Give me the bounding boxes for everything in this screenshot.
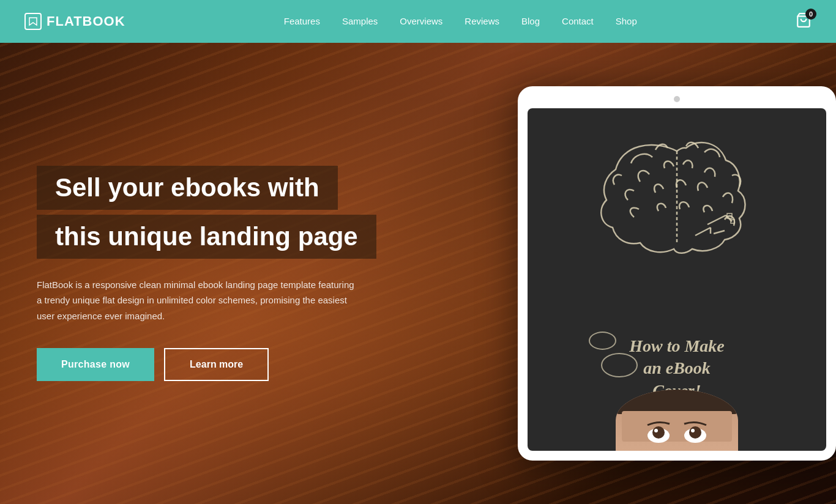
chalk-line1: How to Make [629,336,725,355]
svg-rect-10 [622,411,732,442]
brain-illustration [573,120,781,292]
tablet-screen: How to Make an eBook Cover! [528,108,826,451]
nav-item-blog[interactable]: Blog [521,16,540,27]
title-box-2: this unique landing page [37,215,376,259]
person-svg [616,390,738,451]
hero-description: FlatBook is a responsive clean minimal e… [37,277,355,324]
tablet-camera [674,96,680,102]
cart-icon[interactable]: 0 [796,12,812,31]
svg-line-7 [695,228,711,235]
brain-svg [573,120,781,292]
learn-more-button[interactable]: Learn more [164,348,269,381]
nav-links: Features Samples Overviews Reviews Blog … [284,16,637,27]
nav-right: 0 [796,12,812,31]
hero-content: Sell your ebooks with this unique landin… [0,166,460,382]
nav-item-shop[interactable]: Shop [616,16,637,27]
hero-buttons: Purchase now Learn more [37,348,423,381]
title-box-1: Sell your ebooks with [37,166,338,210]
tablet-area: How to Make an eBook Cover! [518,86,836,461]
nav-item-features[interactable]: Features [284,16,320,27]
logo[interactable]: FLATBOOK [24,13,125,30]
svg-point-16 [691,429,695,432]
cart-count: 0 [805,9,816,20]
bookmark-icon [28,17,38,26]
svg-point-14 [689,426,701,439]
chalk-line2: an eBook [643,358,711,377]
nav-item-samples[interactable]: Samples [342,16,378,27]
person-face [616,390,738,451]
hero-section: Sell your ebooks with this unique landin… [0,43,836,504]
svg-line-2 [707,215,726,224]
logo-icon [24,13,42,30]
nav-item-reviews[interactable]: Reviews [465,16,499,27]
hero-title-line2: this unique landing page [55,222,358,251]
purchase-button[interactable]: Purchase now [37,348,154,381]
speech-bubble-small [589,332,616,350]
svg-point-13 [652,426,665,439]
nav-item-contact[interactable]: Contact [562,16,594,27]
svg-point-15 [654,429,658,432]
hero-title-line1: Sell your ebooks with [55,173,319,202]
navbar: FLATBOOK Features Samples Overviews Revi… [0,0,836,43]
svg-line-4 [714,231,725,234]
tablet-device: How to Make an eBook Cover! [518,86,836,461]
nav-item-overviews[interactable]: Overviews [400,16,442,27]
brand-name: FLATBOOK [47,13,125,29]
